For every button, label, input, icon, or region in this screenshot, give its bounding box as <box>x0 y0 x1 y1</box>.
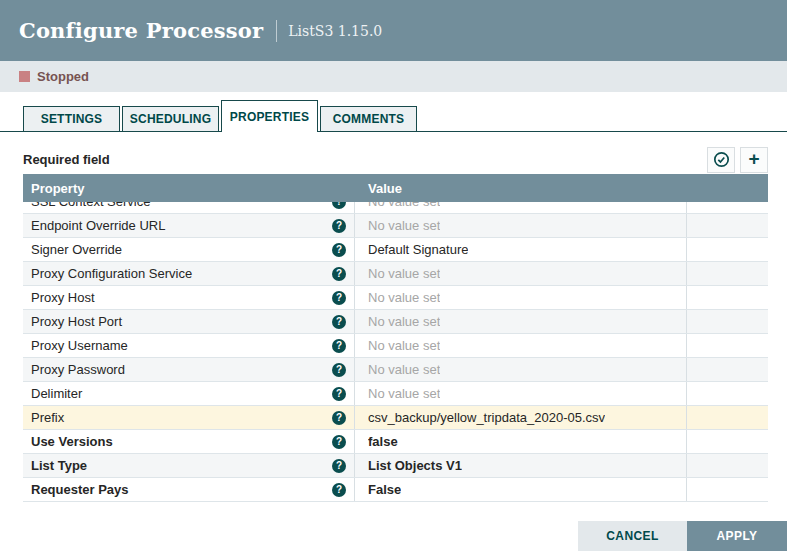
property-name: Delimiter <box>31 386 82 401</box>
row-extra-cell <box>687 262 768 285</box>
table-row[interactable]: Proxy Configuration Service ? No value s… <box>23 262 768 286</box>
row-extra-cell <box>687 430 768 453</box>
table-row[interactable]: Signer Override ? Default Signature <box>23 238 768 262</box>
value-cell[interactable]: No value set <box>355 286 687 309</box>
property-name: Proxy Host <box>31 290 95 305</box>
cancel-button[interactable]: CANCEL <box>578 521 687 551</box>
add-property-button[interactable]: + <box>740 147 768 173</box>
check-circle-icon <box>713 151 730 168</box>
title-separator <box>276 20 277 42</box>
tab-label: SCHEDULING <box>130 112 211 126</box>
value-cell[interactable]: No value set <box>355 202 687 213</box>
processor-name-version: ListS3 1.15.0 <box>288 23 382 39</box>
help-icon[interactable]: ? <box>332 459 346 473</box>
help-icon[interactable]: ? <box>332 315 346 329</box>
tab-label: PROPERTIES <box>230 110 309 124</box>
table-row[interactable]: SSL Context Service ? No value set <box>23 202 768 214</box>
help-icon[interactable]: ? <box>332 291 346 305</box>
properties-table: Property Value SSL Context Service ? No … <box>23 174 768 502</box>
property-name: Endpoint Override URL <box>31 218 165 233</box>
property-value: No value set <box>368 202 440 209</box>
row-extra-cell <box>687 214 768 237</box>
tab-scheduling[interactable]: SCHEDULING <box>122 106 219 132</box>
value-cell[interactable]: No value set <box>355 214 687 237</box>
plus-icon: + <box>748 149 759 168</box>
row-extra-cell <box>687 406 768 429</box>
property-name: Proxy Username <box>31 338 128 353</box>
help-icon[interactable]: ? <box>332 243 346 257</box>
help-icon[interactable]: ? <box>332 202 346 209</box>
column-header-value: Value <box>355 181 687 196</box>
table-row[interactable]: Requester Pays ? False <box>23 478 768 502</box>
properties-toolbar: Required field + <box>0 132 787 174</box>
table-row[interactable]: Use Versions ? false <box>23 430 768 454</box>
value-cell[interactable]: No value set <box>355 358 687 381</box>
property-value: false <box>368 434 398 449</box>
row-extra-cell <box>687 202 768 213</box>
row-extra-cell <box>687 382 768 405</box>
property-value: No value set <box>368 338 440 353</box>
value-cell[interactable]: No value set <box>355 310 687 333</box>
value-cell[interactable]: No value set <box>355 262 687 285</box>
value-cell[interactable]: Default Signature <box>355 238 687 261</box>
apply-button[interactable]: APPLY <box>687 521 787 551</box>
value-cell[interactable]: List Objects V1 <box>355 454 687 477</box>
property-value: csv_backup/yellow_tripdata_2020-05.csv <box>368 410 605 425</box>
property-value: No value set <box>368 362 440 377</box>
tab-settings[interactable]: SETTINGS <box>23 106 120 132</box>
help-icon[interactable]: ? <box>332 339 346 353</box>
row-extra-cell <box>687 286 768 309</box>
tab-properties[interactable]: PROPERTIES <box>221 100 318 132</box>
value-cell[interactable]: csv_backup/yellow_tripdata_2020-05.csv <box>355 406 687 429</box>
help-icon[interactable]: ? <box>332 483 346 497</box>
property-value: Default Signature <box>368 242 468 257</box>
dialog-title: Configure Processor <box>19 18 263 43</box>
help-icon[interactable]: ? <box>332 219 346 233</box>
table-row[interactable]: Proxy Host Port ? No value set <box>23 310 768 334</box>
dialog-footer: CANCEL APPLY <box>0 521 787 551</box>
property-value: No value set <box>368 290 440 305</box>
property-value: No value set <box>368 386 440 401</box>
row-extra-cell <box>687 478 768 501</box>
row-extra-cell <box>687 334 768 357</box>
table-row[interactable]: Proxy Password ? No value set <box>23 358 768 382</box>
tab-bar: SETTINGS SCHEDULING PROPERTIES COMMENTS <box>0 100 787 132</box>
table-body: Endpoint Override URL ? No value set Sig… <box>23 214 768 502</box>
property-name: Proxy Password <box>31 362 125 377</box>
help-icon[interactable]: ? <box>332 435 346 449</box>
verify-properties-button[interactable] <box>707 147 735 173</box>
clipped-row-wrap: SSL Context Service ? No value set <box>23 202 768 214</box>
property-name: Use Versions <box>31 434 113 449</box>
property-value: No value set <box>368 218 440 233</box>
dialog-header: Configure Processor ListS3 1.15.0 <box>0 0 787 61</box>
property-value: No value set <box>368 314 440 329</box>
tab-label: SETTINGS <box>41 112 103 126</box>
help-icon[interactable]: ? <box>332 363 346 377</box>
property-name: Proxy Host Port <box>31 314 122 329</box>
property-value: List Objects V1 <box>368 458 462 473</box>
status-label: Stopped <box>37 69 89 84</box>
tab-comments[interactable]: COMMENTS <box>320 106 417 132</box>
property-value: No value set <box>368 266 440 281</box>
required-field-label: Required field <box>23 152 110 167</box>
help-icon[interactable]: ? <box>332 267 346 281</box>
column-header-property: Property <box>23 181 355 196</box>
table-row[interactable]: Proxy Host ? No value set <box>23 286 768 310</box>
property-name: Requester Pays <box>31 482 129 497</box>
tab-label: COMMENTS <box>333 112 405 126</box>
value-cell[interactable]: false <box>355 430 687 453</box>
table-row[interactable]: Endpoint Override URL ? No value set <box>23 214 768 238</box>
value-cell[interactable]: No value set <box>355 382 687 405</box>
row-extra-cell <box>687 310 768 333</box>
help-icon[interactable]: ? <box>332 411 346 425</box>
table-row[interactable]: Delimiter ? No value set <box>23 382 768 406</box>
table-header: Property Value <box>23 174 768 202</box>
table-row[interactable]: Proxy Username ? No value set <box>23 334 768 358</box>
table-row[interactable]: List Type ? List Objects V1 <box>23 454 768 478</box>
value-cell[interactable]: No value set <box>355 334 687 357</box>
value-cell[interactable]: False <box>355 478 687 501</box>
property-name: Proxy Configuration Service <box>31 266 192 281</box>
help-icon[interactable]: ? <box>332 387 346 401</box>
table-row[interactable]: Prefix ? csv_backup/yellow_tripdata_2020… <box>23 406 768 430</box>
row-extra-cell <box>687 238 768 261</box>
